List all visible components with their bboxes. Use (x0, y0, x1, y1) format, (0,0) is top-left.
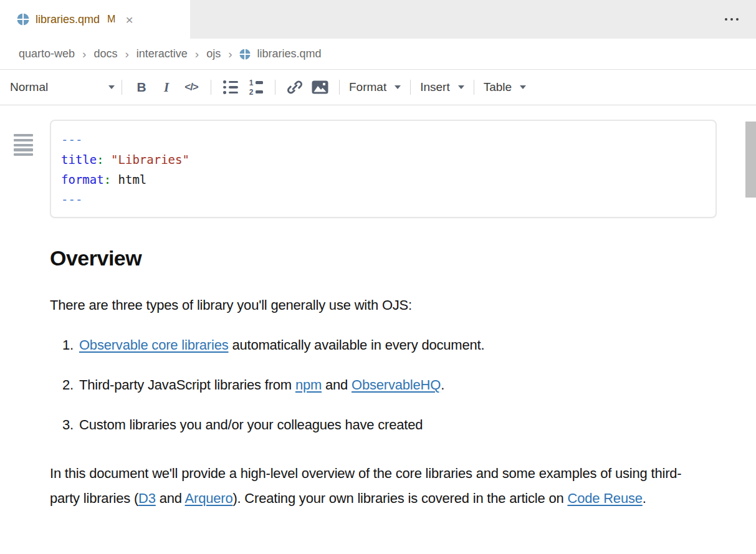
document-body: Overview There are three types of librar… (0, 246, 756, 511)
format-menu[interactable]: Format (347, 80, 403, 94)
ellipsis-dot (736, 18, 739, 21)
drag-handle-icon[interactable] (14, 134, 33, 158)
breadcrumb-item-docs[interactable]: docs (93, 47, 117, 60)
breadcrumb-separator: › (227, 47, 233, 61)
numbered-list-icon: 1 2 (249, 79, 263, 96)
list-number: 2. (62, 377, 74, 393)
toolbar-divider (275, 80, 275, 95)
format-menu-label: Format (349, 80, 386, 94)
yaml-line: title: "Libraries" (61, 150, 706, 170)
paragraph-style-dropdown[interactable]: Normal (10, 80, 115, 94)
paragraph-style-value: Normal (10, 80, 48, 94)
breadcrumb-item-ojs[interactable]: ojs (206, 47, 221, 60)
breadcrumb: quarto-web › docs › interactive › ojs › … (0, 39, 756, 70)
chain-link-icon (287, 79, 303, 95)
list-number: 3. (62, 417, 74, 432)
breadcrumb-item-file[interactable]: libraries.qmd (257, 47, 321, 60)
numbered-list-button[interactable]: 1 2 (245, 77, 266, 98)
quarto-icon (17, 13, 29, 26)
insert-menu[interactable]: Insert (418, 80, 467, 94)
yaml-key-title: title (61, 153, 97, 166)
paragraph-text: . (643, 490, 646, 506)
code-button[interactable]: </> (181, 77, 202, 98)
yaml-key-format: format (61, 173, 104, 186)
list-item-text: and (322, 377, 352, 393)
bullet-list-button[interactable] (220, 77, 241, 98)
link-button[interactable] (284, 77, 305, 98)
link-observablehq[interactable]: ObservableHQ (352, 377, 441, 393)
list-item: 3.Custom libraries you and/or your colle… (62, 417, 756, 433)
chevron-down-icon (458, 85, 464, 89)
link-arquero[interactable]: Arquero (185, 490, 233, 506)
ellipsis-dot (725, 18, 727, 21)
chevron-down-icon (108, 85, 115, 89)
italic-button[interactable]: I (156, 77, 177, 98)
yaml-value-format: html (118, 173, 147, 186)
formatting-toolbar: Normal B I </> 1 2 Forma (0, 70, 756, 105)
yaml-fence: --- (61, 193, 82, 206)
paragraph-text: and (156, 490, 185, 506)
yaml-line: format: html (61, 170, 706, 189)
link-observable-core-libraries[interactable]: Observable core libraries (79, 337, 229, 353)
list-item-text: Third-party JavaScript libraries from (79, 377, 295, 393)
toolbar-divider (339, 80, 340, 95)
breadcrumb-item-quarto-web[interactable]: quarto-web (19, 47, 75, 60)
bold-button[interactable]: B (131, 77, 152, 98)
toolbar-divider (211, 80, 211, 95)
quarto-icon (239, 49, 251, 60)
image-button[interactable] (309, 77, 330, 98)
breadcrumb-item-interactive[interactable]: interactive (136, 47, 188, 60)
image-icon (312, 80, 328, 94)
table-menu[interactable]: Table (481, 80, 529, 94)
tab-bar: libraries.qmd M × (0, 0, 756, 39)
close-icon[interactable]: × (125, 13, 133, 26)
tab-title: libraries.qmd (36, 13, 100, 26)
editor-canvas[interactable]: --- title: "Libraries" format: html --- … (0, 120, 756, 554)
chevron-down-icon (395, 85, 401, 89)
breadcrumb-separator: › (81, 47, 87, 61)
link-code-reuse[interactable]: Code Reuse (567, 490, 642, 506)
list-number: 1. (62, 337, 74, 353)
yaml-front-matter-block[interactable]: --- title: "Libraries" format: html --- (50, 120, 717, 218)
ellipsis-dot (730, 18, 733, 21)
toolbar-divider (122, 80, 122, 95)
paragraph-text: ). Creating your own libraries is covere… (232, 490, 567, 506)
heading-overview: Overview (50, 246, 756, 270)
breadcrumb-separator: › (123, 47, 130, 61)
yaml-colon: : (97, 153, 103, 166)
yaml-colon: : (104, 173, 111, 186)
yaml-value-title: "Libraries" (111, 153, 189, 166)
yaml-line: --- (61, 189, 706, 209)
link-d3[interactable]: D3 (138, 490, 156, 506)
chevron-down-icon (520, 85, 526, 89)
more-actions-icon[interactable] (725, 18, 739, 21)
yaml-fence: --- (61, 133, 82, 146)
list-item: 2.Third-party JavaScript libraries from … (62, 377, 756, 393)
list-item: 1.Observable core libraries automaticall… (62, 337, 756, 353)
closing-paragraph: In this document we'll provide a high-le… (50, 461, 682, 511)
link-npm[interactable]: npm (295, 377, 322, 393)
toolbar-divider (474, 80, 474, 95)
intro-paragraph: There are three types of library you'll … (50, 297, 756, 313)
table-menu-label: Table (484, 80, 512, 94)
yaml-line: --- (61, 130, 706, 150)
breadcrumb-separator: › (194, 47, 200, 61)
bullet-list-icon (223, 80, 238, 94)
list-item-text: Custom libraries you and/or your colleag… (79, 417, 423, 432)
list-item-text: automatically available in every documen… (229, 337, 485, 353)
list-item-text: . (441, 377, 444, 393)
modified-badge: M (107, 14, 115, 25)
vertical-scrollbar-thumb[interactable] (745, 122, 756, 198)
tab-libraries-qmd[interactable]: libraries.qmd M × (0, 0, 190, 39)
toolbar-divider (410, 80, 411, 95)
numbered-list: 1.Observable core libraries automaticall… (0, 337, 756, 433)
insert-menu-label: Insert (420, 80, 450, 94)
